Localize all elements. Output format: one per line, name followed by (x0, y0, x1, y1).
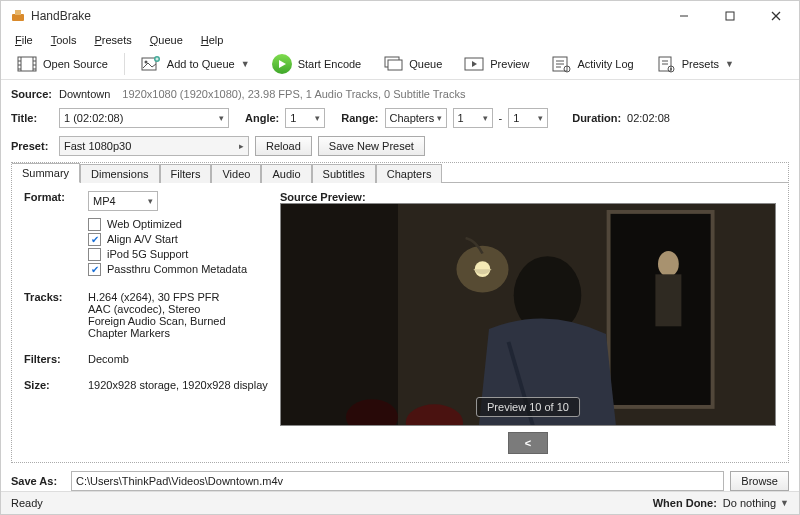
start-encode-button[interactable]: Start Encode (264, 52, 370, 76)
tab-dimensions[interactable]: Dimensions (80, 164, 159, 183)
preview-icon (464, 54, 484, 74)
source-preview-label: Source Preview: (280, 191, 776, 203)
passthru-checkbox[interactable]: ✔Passthru Common Metadata (88, 262, 247, 277)
saveas-input[interactable]: C:\Users\ThinkPad\Videos\Downtown.m4v (71, 471, 724, 491)
tab-audio[interactable]: Audio (261, 164, 311, 183)
svg-rect-47 (281, 204, 398, 425)
preview-label: Preview (490, 58, 529, 70)
saveas-value: C:\Users\ThinkPad\Videos\Downtown.m4v (76, 475, 283, 487)
play-icon (272, 54, 292, 74)
open-source-button[interactable]: Open Source (9, 52, 116, 76)
queue-label: Queue (409, 58, 442, 70)
duration-label: Duration: (572, 112, 621, 124)
web-optimized-label: Web Optimized (107, 218, 182, 230)
reload-button[interactable]: Reload (255, 136, 312, 156)
range-to-select[interactable]: 1▾ (508, 108, 548, 128)
summary-filters-label: Filters: (24, 353, 80, 365)
chevron-down-icon: ▼ (241, 59, 250, 69)
activity-log-label: Activity Log (577, 58, 633, 70)
tab-summary[interactable]: Summary (11, 163, 80, 183)
chevron-down-icon: ▼ (725, 59, 734, 69)
svg-rect-41 (655, 274, 681, 326)
menu-help[interactable]: Help (193, 32, 232, 48)
angle-label: Angle: (245, 112, 279, 124)
range-dash: - (499, 112, 503, 124)
menu-file[interactable]: File (7, 32, 41, 48)
track-line: H.264 (x264), 30 FPS PFR (88, 291, 226, 303)
preview-badge: Preview 10 of 10 (476, 397, 580, 417)
summary-filters-value: Decomb (88, 353, 129, 365)
presets-label: Presets (682, 58, 719, 70)
save-new-preset-button[interactable]: Save New Preset (318, 136, 425, 156)
presets-button[interactable]: Presets ▼ (648, 52, 742, 76)
summary-size-label: Size: (24, 379, 80, 391)
app-title: HandBrake (31, 9, 91, 23)
format-value: MP4 (93, 195, 116, 207)
source-name: Downtown (59, 88, 110, 100)
angle-select[interactable]: 1▾ (285, 108, 325, 128)
app-icon (11, 9, 25, 23)
menu-presets[interactable]: Presets (86, 32, 139, 48)
chevron-down-icon: ▼ (780, 498, 789, 508)
passthru-label: Passthru Common Metadata (107, 263, 247, 275)
menu-tools[interactable]: Tools (43, 32, 85, 48)
source-info: 1920x1080 (1920x1080), 23.98 FPS, 1 Audi… (122, 88, 465, 100)
range-from-value: 1 (458, 112, 464, 124)
range-to-value: 1 (513, 112, 519, 124)
tabstrip: Summary Dimensions Filters Video Audio S… (11, 162, 788, 182)
activity-log-button[interactable]: Activity Log (543, 52, 641, 76)
angle-value: 1 (290, 112, 296, 124)
title-select[interactable]: 1 (02:02:08)▾ (59, 108, 229, 128)
source-preview-image: Preview 10 of 10 (280, 203, 776, 426)
format-label: Format: (24, 191, 80, 203)
preset-select[interactable]: Fast 1080p30▸ (59, 136, 249, 156)
status-ready: Ready (11, 497, 43, 509)
add-to-queue-label: Add to Queue (167, 58, 235, 70)
ipod-checkbox[interactable]: iPod 5G Support (88, 247, 247, 262)
svg-rect-3 (726, 12, 734, 20)
ipod-label: iPod 5G Support (107, 248, 188, 260)
statusbar: Ready When Done: Do nothing▼ (1, 491, 799, 514)
tab-chapters[interactable]: Chapters (376, 164, 443, 183)
tabs-panel: Summary Dimensions Filters Video Audio S… (11, 162, 789, 463)
menubar: File Tools Presets Queue Help (1, 31, 799, 48)
queue-button[interactable]: Queue (375, 52, 450, 76)
maximize-button[interactable] (707, 1, 753, 31)
preview-button[interactable]: Preview (456, 52, 537, 76)
web-optimized-checkbox[interactable]: Web Optimized (88, 217, 247, 232)
toolbar: Open Source Add to Queue ▼ Start Encode … (1, 48, 799, 80)
saveas-label: Save As: (11, 475, 65, 487)
titlebar: HandBrake (1, 1, 799, 31)
format-select[interactable]: MP4▾ (88, 191, 158, 211)
title-label: Title: (11, 112, 53, 124)
close-button[interactable] (753, 1, 799, 31)
align-av-checkbox[interactable]: ✔Align A/V Start (88, 232, 247, 247)
tab-filters[interactable]: Filters (160, 164, 212, 183)
open-source-label: Open Source (43, 58, 108, 70)
toolbar-separator (124, 53, 125, 75)
when-done-select[interactable]: Do nothing▼ (723, 497, 789, 509)
tab-video[interactable]: Video (211, 164, 261, 183)
range-type-select[interactable]: Chapters▾ (385, 108, 447, 128)
svg-point-33 (670, 68, 672, 70)
track-line: AAC (avcodec), Stereo (88, 303, 226, 315)
add-to-queue-button[interactable]: Add to Queue ▼ (133, 52, 258, 76)
summary-size-value: 1920x928 storage, 1920x928 display (88, 379, 268, 391)
track-line: Foreign Audio Scan, Burned (88, 315, 226, 327)
preview-prev-button[interactable]: < (508, 432, 548, 454)
range-label: Range: (341, 112, 378, 124)
image-plus-icon (141, 54, 161, 74)
menu-queue[interactable]: Queue (142, 32, 191, 48)
when-done-value: Do nothing (723, 497, 776, 509)
tab-subtitles[interactable]: Subtitles (312, 164, 376, 183)
preset-label: Preset: (11, 140, 53, 152)
when-done-label: When Done: (653, 497, 717, 509)
duration-value: 02:02:08 (627, 112, 670, 124)
preset-value: Fast 1080p30 (64, 140, 131, 152)
align-av-label: Align A/V Start (107, 233, 178, 245)
svg-rect-21 (388, 60, 402, 70)
range-from-select[interactable]: 1▾ (453, 108, 493, 128)
minimize-button[interactable] (661, 1, 707, 31)
browse-button[interactable]: Browse (730, 471, 789, 491)
tracks-label: Tracks: (24, 291, 80, 303)
